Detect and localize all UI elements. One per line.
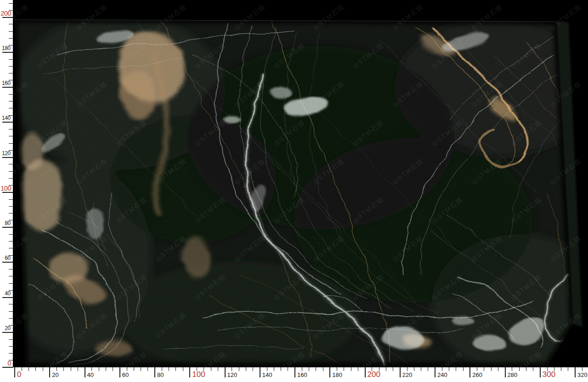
tick <box>2 87 13 88</box>
tick <box>9 269 13 270</box>
tick <box>9 129 13 129</box>
tick <box>169 367 169 371</box>
ruler-label: 220 <box>402 372 413 378</box>
tick <box>63 367 64 371</box>
tick <box>78 367 78 371</box>
tick <box>484 367 484 371</box>
tick <box>9 346 13 347</box>
ruler-label: 240 <box>437 372 447 378</box>
tick <box>505 367 506 377</box>
tick <box>253 367 253 371</box>
tick <box>400 367 401 377</box>
tick <box>127 367 127 371</box>
tick <box>106 367 106 371</box>
tick <box>9 94 13 95</box>
tick <box>9 318 13 319</box>
ruler-label: 0 <box>0 360 11 367</box>
tick <box>540 367 541 377</box>
ruler-label: 60 <box>0 255 11 262</box>
tick <box>463 367 464 371</box>
tick <box>49 367 50 377</box>
tick <box>162 367 162 371</box>
tick <box>2 122 13 123</box>
tick <box>9 59 13 60</box>
ruler-label: 100 <box>0 185 11 192</box>
tick <box>9 143 13 144</box>
tick <box>43 367 43 371</box>
tick <box>9 66 13 67</box>
tick <box>183 367 183 371</box>
tick <box>575 367 576 377</box>
ruler-label: 140 <box>0 115 11 122</box>
tick <box>9 101 13 101</box>
tick <box>281 367 281 371</box>
tick <box>246 367 246 371</box>
tick <box>435 367 435 377</box>
tick <box>189 367 190 377</box>
tick <box>9 311 13 312</box>
tick <box>9 38 13 39</box>
tick <box>9 353 13 354</box>
tick <box>9 3 13 4</box>
tick <box>351 367 351 371</box>
stone-slab-scan: ◎STM石猫◎STM石猫◎STM石猫◎STM石猫◎STM石猫◎STM石猫◎STM… <box>0 0 588 382</box>
tick <box>9 206 13 207</box>
tick <box>9 31 13 32</box>
tick <box>91 367 92 371</box>
tick <box>218 367 218 371</box>
tick <box>9 234 13 235</box>
tick <box>239 367 239 371</box>
tick <box>147 367 148 371</box>
tick <box>9 73 13 73</box>
tick <box>414 367 414 371</box>
tick <box>288 367 288 371</box>
tick <box>316 367 316 371</box>
ruler-label: 40 <box>87 372 94 378</box>
ruler-label: 200 <box>368 370 380 379</box>
tick <box>407 367 407 371</box>
tick <box>337 367 337 371</box>
tick <box>2 227 13 228</box>
tick <box>260 367 260 377</box>
slab-surface <box>0 14 588 372</box>
tick <box>344 367 344 371</box>
tick <box>119 367 120 377</box>
tick <box>2 332 13 333</box>
tick <box>9 241 13 242</box>
tick <box>294 367 295 377</box>
tick <box>449 367 449 371</box>
tick <box>71 367 71 371</box>
marble-slab-photo <box>0 0 588 382</box>
left-ruler: 200180160140120100806040200 <box>0 0 13 382</box>
tick <box>22 367 22 371</box>
tick <box>442 367 442 371</box>
ruler-label: 320 <box>577 372 588 378</box>
tick <box>232 367 232 371</box>
tick <box>2 157 13 158</box>
tick <box>428 367 428 371</box>
ruler-label: 80 <box>157 372 164 378</box>
tick <box>9 136 13 136</box>
tick <box>9 108 13 108</box>
tick <box>35 367 36 371</box>
ruler-label: 160 <box>0 80 11 87</box>
ruler-label: 40 <box>0 290 11 297</box>
tick <box>14 367 15 377</box>
tick <box>477 367 477 371</box>
ruler-label: 160 <box>297 372 307 378</box>
tick <box>9 199 13 200</box>
ruler-label: 180 <box>332 372 342 378</box>
tick <box>154 367 155 377</box>
tick <box>99 367 99 371</box>
tick <box>9 164 13 164</box>
ruler-label: 120 <box>227 372 237 378</box>
tick <box>141 367 141 371</box>
tick <box>2 262 13 263</box>
ruler-label: 260 <box>472 372 482 378</box>
ruler-label: 20 <box>0 325 11 332</box>
tick <box>9 178 13 179</box>
tick <box>9 304 13 304</box>
tick <box>9 276 13 276</box>
tick <box>9 213 13 213</box>
tick <box>9 24 13 24</box>
